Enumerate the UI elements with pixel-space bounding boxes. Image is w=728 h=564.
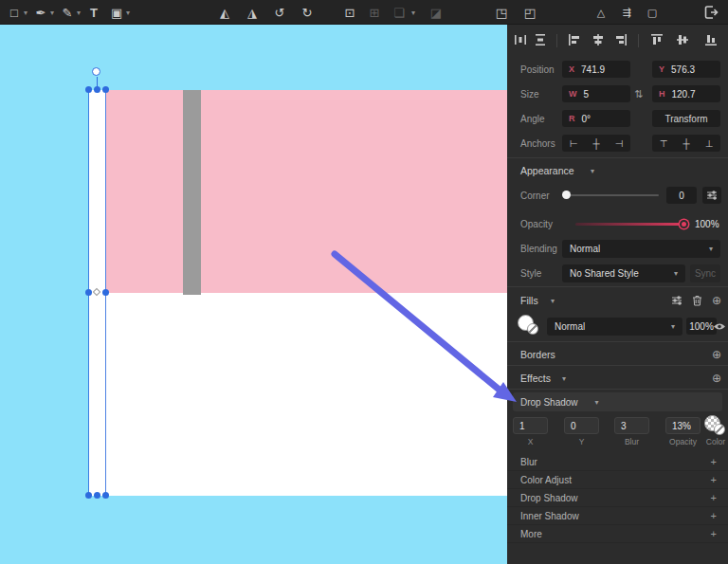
appearance-header[interactable]: Appearance ▾ <box>507 160 728 181</box>
rotate-instance-icon[interactable]: ◰ <box>521 2 538 23</box>
delete-fill-icon[interactable] <box>688 292 705 309</box>
frame-icon[interactable]: ▢ <box>644 2 661 23</box>
design-canvas[interactable] <box>0 25 507 564</box>
flag-white-stripe[interactable] <box>105 293 507 496</box>
shadow-color-swatch[interactable] <box>704 415 728 438</box>
anchor-right-icon[interactable]: ⊣ <box>610 138 628 149</box>
position-x-field[interactable]: X741.9 <box>562 61 630 78</box>
effect-label: Color Adjust <box>520 475 572 485</box>
text-tool-icon[interactable]: T <box>85 2 102 23</box>
shadow-opacity-field[interactable]: 13% <box>665 417 701 434</box>
shadow-x-field[interactable]: 1 <box>513 417 548 434</box>
effects-header[interactable]: Effects ▾ ⊕ <box>507 368 728 389</box>
align-top-icon[interactable] <box>649 32 664 47</box>
position-y-field[interactable]: Y576.3 <box>652 61 720 78</box>
image-tool-icon[interactable]: ▣ <box>108 2 125 23</box>
connector-icon[interactable]: ⇶ <box>618 2 635 23</box>
effect-list-item-blur[interactable]: Blur + <box>507 453 728 471</box>
add-effect-icon[interactable]: ⊕ <box>708 370 725 387</box>
collapse-triangle-icon[interactable]: ▾ <box>551 297 555 305</box>
shadow-blur-field[interactable]: 3 <box>614 417 649 434</box>
constrain-proportions-icon[interactable]: ⇅ <box>634 88 643 100</box>
collapse-triangle-icon[interactable]: ▾ <box>591 167 594 175</box>
rotate-ccw-icon[interactable]: ↺ <box>271 2 288 23</box>
shadow-y-field[interactable]: 0 <box>564 417 599 434</box>
size-width-field[interactable]: W5 <box>562 85 630 102</box>
fill-visibility-eye-icon[interactable] <box>711 318 728 335</box>
flip-horizontal-icon[interactable]: ◭ <box>216 2 233 23</box>
plus-icon[interactable]: + <box>711 474 717 485</box>
export-exit-icon[interactable] <box>702 2 720 23</box>
drop-shadow-type-dropdown[interactable]: Drop Shadow ▾ <box>513 392 722 411</box>
selection-handle-bottom-left[interactable] <box>85 492 92 499</box>
rotate-cw-icon[interactable]: ↻ <box>299 2 316 23</box>
vectorize-icon[interactable]: △ <box>592 2 610 23</box>
borders-header[interactable]: Borders ⊕ <box>507 344 728 365</box>
opacity-value: 100% <box>695 219 719 229</box>
rotation-handle[interactable] <box>92 67 100 76</box>
effect-list-item-more[interactable]: More + <box>507 525 728 543</box>
selection-handle-top-right[interactable] <box>102 86 109 93</box>
selection-handle-top-left[interactable] <box>85 86 92 93</box>
shadow-color-label: Color <box>697 437 728 446</box>
gray-vertical-stripe[interactable] <box>183 90 201 295</box>
effect-list-item-inner-shadow[interactable]: Inner Shadow + <box>507 507 728 525</box>
plus-icon[interactable]: + <box>711 492 717 503</box>
opacity-slider-knob[interactable] <box>680 220 688 228</box>
size-height-field[interactable]: H120.7 <box>652 85 720 102</box>
pencil-tool-icon[interactable]: ✎ <box>59 2 76 23</box>
selection-handle-mid-right[interactable] <box>102 289 109 296</box>
transform-button[interactable]: Transform <box>652 110 720 127</box>
blending-dropdown[interactable]: Normal▾ <box>562 240 720 258</box>
add-fill-icon[interactable]: ⊕ <box>708 292 725 309</box>
align-bottom-icon[interactable] <box>703 32 719 47</box>
plus-icon[interactable]: + <box>711 528 717 539</box>
corner-slider-track[interactable] <box>566 194 659 196</box>
selection-handle-mid-left[interactable] <box>85 289 92 296</box>
distribute-horizontal-icon[interactable] <box>513 32 528 47</box>
fill-blend-dropdown[interactable]: Normal▾ <box>547 318 682 336</box>
opacity-slider-track[interactable] <box>575 223 687 226</box>
anchor-center-h-icon[interactable]: ┼ <box>587 138 606 149</box>
selection-handle-bottom-center[interactable] <box>94 492 100 499</box>
align-middle-vertical-icon[interactable] <box>675 32 690 47</box>
flag-pink-stripe[interactable] <box>105 90 507 293</box>
style-dropdown[interactable]: No Shared Style▾ <box>562 264 685 282</box>
plus-icon[interactable]: + <box>711 456 717 467</box>
add-border-icon[interactable]: ⊕ <box>708 346 725 363</box>
anchor-bottom-icon[interactable]: ⊥ <box>700 138 719 149</box>
align-center-horizontal-icon[interactable] <box>591 32 606 47</box>
anchor-top-icon[interactable]: ⊤ <box>654 138 673 149</box>
rotate-copy-icon[interactable]: ◳ <box>493 2 510 23</box>
fit-selection-icon[interactable]: ⊡ <box>341 2 358 23</box>
angle-field[interactable]: R0° <box>562 110 630 127</box>
align-left-icon[interactable] <box>567 32 582 47</box>
chevron-down-icon[interactable]: ▾ <box>77 9 81 17</box>
r-key: R <box>569 114 575 123</box>
fill-settings-icon[interactable] <box>668 292 685 309</box>
effect-label: Drop Shadow <box>520 493 578 503</box>
drop-shadow-type-value: Drop Shadow <box>520 397 578 408</box>
chevron-down-icon[interactable]: ▾ <box>24 9 27 17</box>
chevron-down-icon[interactable]: ▾ <box>50 9 54 17</box>
anchor-center-v-icon[interactable]: ┼ <box>677 138 696 149</box>
selection-handle-top-center[interactable] <box>94 86 100 93</box>
selection-handle-bottom-right[interactable] <box>102 492 109 499</box>
effect-list-item-color-adjust[interactable]: Color Adjust + <box>507 471 728 489</box>
corner-slider-knob[interactable] <box>562 191 571 199</box>
corner-value-field[interactable]: 0 <box>666 187 697 204</box>
align-right-icon[interactable] <box>613 32 628 47</box>
rectangle-tool-icon[interactable]: □ <box>6 2 23 23</box>
distribute-vertical-icon[interactable] <box>533 32 548 47</box>
corner-settings-icon[interactable] <box>702 187 721 204</box>
chevron-down-icon[interactable]: ▾ <box>126 9 130 17</box>
collapse-triangle-icon[interactable]: ▾ <box>562 374 566 383</box>
anchor-left-icon[interactable]: ⊢ <box>564 138 583 149</box>
plus-icon[interactable]: + <box>711 510 717 521</box>
top-toolbar: □▾ ✒▾ ✎▾ T ▣▾ ◭ ◮ ↺ ↻ ⊡ ⊞ ❏▾ ◪ ◳ ◰ △ ⇶ ▢ <box>0 0 728 25</box>
effect-list-item-drop-shadow[interactable]: Drop Shadow + <box>507 489 728 507</box>
pen-tool-icon[interactable]: ✒ <box>32 2 49 23</box>
flip-vertical-icon[interactable]: ◮ <box>244 2 261 23</box>
fill-color-swatch[interactable] <box>518 315 542 337</box>
fills-header[interactable]: Fills ▾ ⊕ <box>507 290 728 311</box>
